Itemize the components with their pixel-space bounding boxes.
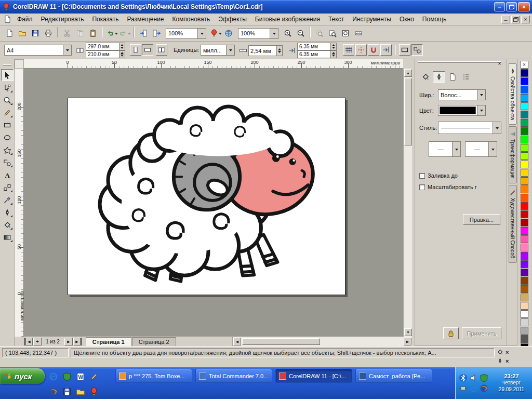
arrow-start-dropdown-button[interactable] [452, 142, 460, 156]
word-document-quicklaunch-icon[interactable]: W [75, 371, 86, 382]
docker-grip[interactable] [418, 61, 501, 63]
scale-with-image-checkbox[interactable] [419, 184, 425, 190]
paper-size-dropdown-button[interactable] [63, 45, 71, 55]
v-ruler[interactable]: миллиметров 200150100500 [15, 69, 24, 337]
dynamic-button[interactable] [380, 44, 392, 56]
menu-item[interactable]: Помощь [418, 14, 450, 25]
sheep-drawing[interactable] [68, 98, 345, 295]
scroll-right-icon[interactable]: ▶ [404, 338, 411, 345]
undo-button[interactable] [105, 27, 118, 39]
volume-tray-icon[interactable] [469, 374, 478, 382]
bluetooth-tray-icon[interactable] [459, 374, 468, 382]
document-page[interactable] [68, 98, 345, 295]
new-button[interactable] [3, 27, 16, 39]
color-swatch[interactable] [521, 269, 528, 276]
usb-tray-icon[interactable] [459, 384, 468, 393]
internet-explorer-quicklaunch-icon[interactable] [48, 371, 59, 382]
color-swatch[interactable] [521, 185, 528, 193]
corel-quicklaunch-icon[interactable] [88, 386, 100, 397]
menu-item[interactable]: Эффекты [214, 14, 251, 25]
freehand-button[interactable] [1, 107, 14, 118]
outline-style-combo[interactable] [438, 122, 501, 134]
security-shield-quicklaunch-icon[interactable] [61, 371, 73, 382]
save-button[interactable] [29, 27, 42, 39]
taskbar-task-button[interactable]: Самост_работа [Ре... [355, 369, 432, 383]
internet-explorer-tray-icon[interactable] [469, 384, 478, 393]
outline-style-dropdown-button[interactable] [493, 122, 501, 134]
menu-item[interactable]: Компоновать [168, 14, 214, 25]
color-swatch[interactable] [521, 210, 528, 218]
mdi-close-button[interactable]: × [521, 16, 530, 23]
outline-tab-button[interactable] [433, 71, 445, 83]
color-swatch[interactable] [521, 235, 528, 243]
paste-button[interactable] [87, 27, 99, 39]
color-swatch[interactable] [521, 277, 528, 285]
text-button[interactable]: A [1, 169, 14, 181]
color-swatch[interactable] [521, 127, 528, 135]
color-swatch[interactable] [521, 144, 528, 152]
zoom-out-button[interactable] [295, 27, 307, 39]
scroll-down-icon[interactable]: ▼ [404, 328, 412, 336]
zoom-level-combo[interactable]: 100% [166, 28, 206, 39]
h-scroll-thumb[interactable] [242, 338, 320, 345]
color-swatch[interactable] [521, 260, 528, 268]
docker-tab[interactable]: Свойства объекта [509, 63, 517, 125]
polygon-button[interactable] [1, 144, 14, 156]
zoom-width-button[interactable] [352, 27, 365, 39]
menu-item[interactable]: Размещение [123, 14, 168, 25]
fill-button[interactable] [1, 219, 14, 231]
docker-close-button[interactable]: × [496, 60, 503, 67]
to-grid-button[interactable] [343, 44, 354, 56]
color-swatch[interactable] [521, 202, 528, 210]
outline-color-combo[interactable] [438, 105, 486, 116]
units-dropdown-button[interactable] [226, 45, 234, 55]
rect-button[interactable] [1, 119, 14, 131]
menu-item[interactable]: Окно [395, 14, 418, 25]
first-page-button[interactable]: ◀ [24, 338, 33, 345]
taskbar-clock[interactable]: 23:27 четверг 29.09.2011 [494, 373, 532, 393]
outline-color-dropdown-button[interactable] [477, 105, 485, 115]
color-swatch[interactable] [521, 152, 528, 160]
color-swatch[interactable] [521, 161, 528, 168]
color-swatch[interactable] [521, 77, 528, 85]
restore-button[interactable] [506, 2, 517, 11]
basic-button[interactable] [1, 156, 14, 168]
menu-item[interactable]: Битовые изображения [251, 14, 324, 25]
edit-outline-button[interactable]: Правка... [463, 214, 500, 225]
title-bar[interactable]: CorelDRAW 11 - [C:\Documents and Setting… [0, 0, 532, 14]
lock-button[interactable] [443, 327, 459, 339]
duplicate-x-spinner[interactable]: 6.35 мм [297, 43, 337, 50]
add-page-button[interactable]: + [33, 338, 42, 345]
taskbar-task-button[interactable]: CorelDRAW 11 - [C:\... [275, 369, 352, 383]
shape-button[interactable] [1, 82, 14, 94]
open-button[interactable] [16, 27, 29, 39]
dropper-button[interactable] [1, 194, 14, 206]
all-pages-button[interactable] [156, 44, 167, 56]
drawing-canvas[interactable] [24, 69, 403, 337]
portrait-button[interactable] [130, 44, 141, 56]
color-swatch[interactable] [521, 119, 528, 127]
duplicate-y-spinner[interactable]: 6.35 мм [297, 50, 337, 58]
blend-button[interactable] [1, 181, 14, 193]
menu-item[interactable]: Файл [13, 14, 37, 25]
start-button[interactable]: пуск [0, 368, 45, 384]
export-button[interactable] [150, 27, 163, 39]
print-button[interactable] [42, 27, 55, 39]
menu-item[interactable]: Инструменты [348, 14, 395, 25]
no-color-swatch[interactable]: × [521, 61, 528, 69]
color-swatch[interactable] [521, 136, 528, 143]
close-button[interactable]: × [518, 2, 530, 11]
outline-width-dropdown-button[interactable] [477, 90, 485, 100]
outline-width-combo[interactable]: Волос... [438, 89, 486, 100]
to-guides-button[interactable] [355, 44, 367, 56]
toolbox-grip[interactable] [3, 64, 11, 66]
landscape-button[interactable] [142, 44, 153, 56]
taskbar-task-button[interactable]: p *** 275. Tom Boxe... [115, 369, 192, 383]
firefox-tray-icon[interactable] [480, 384, 488, 393]
pick-button[interactable] [1, 69, 14, 81]
color-swatch[interactable] [521, 285, 528, 293]
paper-size-combo[interactable]: A4 [4, 45, 72, 56]
spin-arrows-icon[interactable] [330, 43, 336, 50]
page-tab[interactable]: Страница 1 [86, 337, 131, 346]
nudge-spinner[interactable]: 2,54 мм [248, 45, 283, 56]
